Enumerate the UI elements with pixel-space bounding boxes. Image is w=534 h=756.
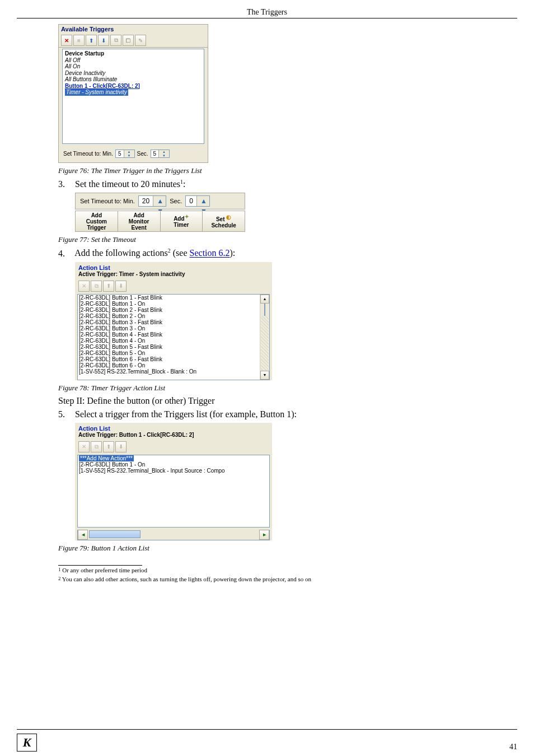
copy-icon[interactable]: ⧉ <box>110 35 121 46</box>
spinner-arrows-icon[interactable]: ▲▼ <box>153 196 166 206</box>
minutes-value[interactable]: 20 <box>139 196 153 206</box>
step-text: ): <box>230 249 236 258</box>
btn-line: Custom <box>86 218 107 225</box>
list-item[interactable]: All Off <box>65 57 202 64</box>
list-item[interactable]: Device Startup <box>65 50 202 57</box>
scroll-left-icon[interactable]: ◀ <box>78 530 88 540</box>
scroll-track[interactable] <box>88 530 259 539</box>
action-list-toolbar: ✕⧉⬆⬇ <box>75 281 272 293</box>
spinner-arrows-icon[interactable]: ▲▼ <box>158 150 169 157</box>
step-text: Set the timeout to 20 minutes <box>75 179 180 189</box>
list-item-selected[interactable]: ***Add New Action*** <box>79 455 134 461</box>
figure-caption: Figure 77: Set the Timeout <box>58 235 517 244</box>
action-list-header: Action List <box>75 262 272 271</box>
figure-caption: Figure 76: The Timer Trigger in the Trig… <box>58 166 517 175</box>
list-item[interactable]: Device Inactivity <box>65 70 202 77</box>
add-monitor-event-button[interactable]: Add Monitor Event <box>118 211 161 232</box>
move-down-icon[interactable]: ⬇ <box>115 281 127 292</box>
action-list[interactable]: [2-RC-63DL] Button 1 - Fast Blink[2-RC-6… <box>78 295 260 380</box>
set-schedule-button[interactable]: Set ◐ Schedule <box>203 211 245 232</box>
minutes-value[interactable]: 5 <box>116 150 124 157</box>
list-item[interactable]: All On <box>65 63 202 70</box>
list-item[interactable]: [1-SV-552] RS-232.Terminal_Block - Blank… <box>79 368 259 375</box>
step-number: 3. <box>58 179 73 189</box>
footnote-text: Or any other preferred time period <box>61 567 148 573</box>
move-up-icon[interactable]: ⬆ <box>103 441 114 452</box>
value: Button 1 - Click[RC-63DL: 2] <box>119 432 194 438</box>
seconds-spinner[interactable]: 0 ▲▼ <box>185 195 210 207</box>
move-down-icon[interactable]: ⬇ <box>115 441 127 452</box>
copy-icon[interactable]: ⧉ <box>91 441 102 452</box>
scroll-right-icon[interactable]: ▶ <box>259 530 269 540</box>
list-item[interactable]: Button 1 - Click[RC-63DL: 2] <box>65 83 202 90</box>
scroll-track[interactable] <box>261 316 269 371</box>
figure-caption: Figure 78: Timer Trigger Action List <box>58 384 517 393</box>
step-3: 3. Set the timeout to 20 minutes1: <box>58 179 517 189</box>
minutes-spinner[interactable]: 20 ▲▼ <box>138 195 166 207</box>
section-link[interactable]: Section 6.2 <box>190 249 230 258</box>
delete-icon[interactable]: ✕ <box>61 35 72 46</box>
list-item[interactable]: [2-RC-63DL] Button 2 - Fast Blink <box>79 307 259 313</box>
footnote-rule <box>58 565 142 566</box>
move-up-icon[interactable]: ⬆ <box>86 35 97 46</box>
list-item-selected[interactable]: Timer - System inactivity <box>65 89 128 96</box>
timeout-bar: Set Timeout to: Min. 5 ▲▼ Sec. 5 ▲▼ <box>59 145 208 162</box>
figure-caption: Figure 79: Button 1 Action List <box>58 544 517 553</box>
timeout-label: Set Timeout to: Min. <box>63 151 113 157</box>
paste-icon[interactable]: ⧠ <box>123 35 134 46</box>
delete-icon[interactable]: ✕ <box>78 281 90 292</box>
vertical-scrollbar[interactable]: ▲ ▼ <box>260 295 269 380</box>
seconds-value[interactable]: 0 <box>186 196 196 206</box>
edit-icon[interactable]: ✎ <box>135 35 146 46</box>
list-item[interactable]: All Buttons Illuminate <box>65 76 202 83</box>
list-item[interactable]: [2-RC-63DL] Button 6 - Fast Blink <box>79 356 259 362</box>
list-item[interactable]: [2-RC-63DL] Button 4 - On <box>79 338 259 344</box>
spinner-arrows-icon[interactable]: ▲▼ <box>124 150 134 157</box>
list-item[interactable]: [2-RC-63DL] Button 3 - On <box>79 325 259 332</box>
available-triggers-panel: Available Triggers ✕≡⬆⬇⧉⧠✎ Device Startu… <box>58 24 208 163</box>
copy-icon[interactable]: ⧉ <box>91 281 102 292</box>
scroll-up-icon[interactable]: ▲ <box>260 295 269 304</box>
list-item[interactable]: [2-RC-63DL] Button 1 - Fast Blink <box>79 295 259 301</box>
list-item[interactable]: [2-RC-63DL] Button 5 - Fast Blink <box>79 344 259 350</box>
timeout-label: Set Timeout to: Min. <box>80 198 135 204</box>
move-up-icon[interactable]: ⬆ <box>103 281 114 292</box>
list-item[interactable]: [2-RC-63DL] Button 3 - Fast Blink <box>79 319 259 325</box>
list-item[interactable]: [2-RC-63DL] Button 2 - On <box>79 313 259 319</box>
sort-icon[interactable]: ≡ <box>73 35 85 46</box>
add-timer-button[interactable]: Add✦ Timer <box>161 211 203 232</box>
btn-line: Timer <box>174 222 189 228</box>
scroll-thumb[interactable] <box>89 530 140 538</box>
step-number: 5. <box>58 409 73 419</box>
delete-icon[interactable]: ✕ <box>78 441 90 452</box>
seconds-spinner[interactable]: 5 ▲▼ <box>151 150 170 158</box>
logo-letter: K <box>23 735 31 750</box>
list-item[interactable]: [2-RC-63DL] Button 1 - On <box>79 301 259 307</box>
seconds-label: Sec. <box>170 198 182 204</box>
scroll-thumb[interactable] <box>264 304 265 316</box>
list-item[interactable]: [1-SV-552] RS-232.Terminal_Block - Input… <box>79 468 268 474</box>
step-5: 5. Select a trigger from the Triggers li… <box>58 409 517 419</box>
add-custom-trigger-button[interactable]: Add Custom Trigger <box>75 211 118 232</box>
btn-line: Set <box>216 216 225 222</box>
triggers-list[interactable]: Device Startup All Off All On Device Ina… <box>62 49 204 144</box>
seconds-label: Sec. <box>137 151 148 157</box>
minutes-spinner[interactable]: 5 ▲▼ <box>115 150 135 158</box>
active-trigger-line: Active Trigger: Button 1 - Click[RC-63DL… <box>75 432 272 441</box>
scroll-down-icon[interactable]: ▼ <box>260 371 269 380</box>
list-item[interactable]: [2-RC-63DL] Button 4 - Fast Blink <box>79 332 259 338</box>
panel-title: Available Triggers <box>59 25 208 34</box>
list-item[interactable]: [2-RC-63DL] Button 1 - On <box>79 461 268 468</box>
page-number: 41 <box>509 743 517 752</box>
seconds-value[interactable]: 5 <box>151 150 159 157</box>
horizontal-scrollbar[interactable]: ◀ ▶ <box>77 530 270 540</box>
step-text: : <box>183 179 185 189</box>
list-item[interactable]: [2-RC-63DL] Button 6 - On <box>79 362 259 368</box>
footnote-text: You can also add other actions, such as … <box>61 576 312 582</box>
action-list-panel: Action List Active Trigger: Button 1 - C… <box>75 423 272 540</box>
list-item[interactable]: [2-RC-63DL] Button 5 - On <box>79 350 259 356</box>
spinner-arrows-icon[interactable]: ▲▼ <box>196 196 209 206</box>
btn-line: Add <box>133 212 144 218</box>
move-down-icon[interactable]: ⬇ <box>98 35 109 46</box>
action-list[interactable]: ***Add New Action***[2-RC-63DL] Button 1… <box>78 455 269 527</box>
